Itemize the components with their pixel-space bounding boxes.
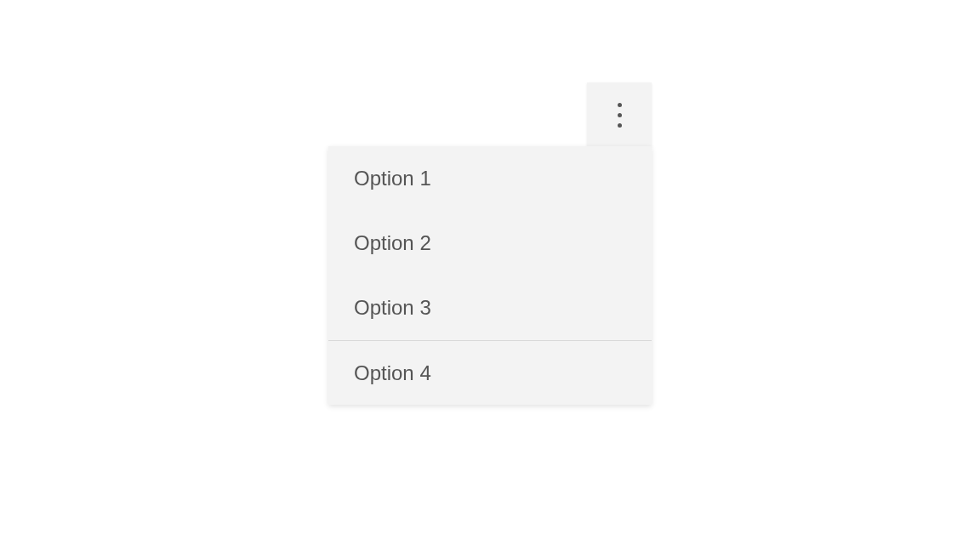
menu-item-label: Option 1 bbox=[354, 167, 431, 190]
menu-item-option-2[interactable]: Option 2 bbox=[328, 211, 652, 276]
dropdown-menu: Option 1 Option 2 Option 3 Option 4 bbox=[328, 146, 652, 405]
menu-item-option-4[interactable]: Option 4 bbox=[328, 340, 652, 405]
menu-item-label: Option 3 bbox=[354, 296, 431, 320]
menu-item-option-1[interactable]: Option 1 bbox=[328, 146, 652, 211]
menu-item-option-3[interactable]: Option 3 bbox=[328, 276, 652, 340]
more-options-button[interactable] bbox=[587, 82, 652, 147]
menu-item-label: Option 2 bbox=[354, 231, 431, 255]
more-vertical-icon bbox=[618, 103, 622, 128]
menu-item-label: Option 4 bbox=[354, 361, 431, 385]
